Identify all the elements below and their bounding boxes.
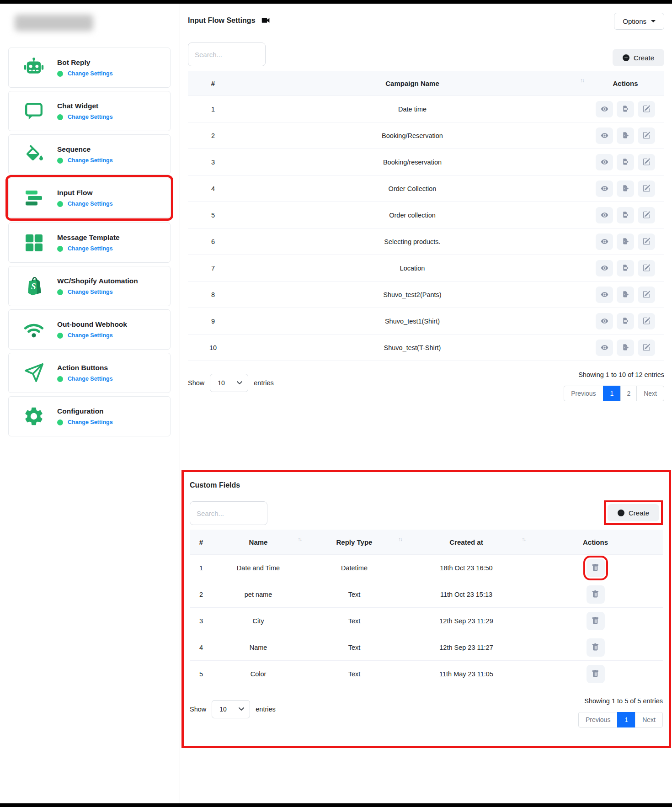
change-settings-link[interactable]: Change Settings [68, 157, 113, 164]
column-header-campaign-name: Campaign Name [385, 80, 439, 87]
row-number: 7 [188, 255, 238, 281]
edit-button[interactable] [638, 234, 655, 250]
sidebar-item-sequence[interactable]: Sequence Change Settings [8, 134, 171, 175]
view-button[interactable] [596, 340, 613, 356]
column-header-actions: Actions [587, 71, 664, 96]
export-button[interactable] [617, 207, 634, 223]
edit-button[interactable] [638, 101, 655, 117]
custom-fields-create-button[interactable]: Create [608, 504, 659, 521]
edit-button[interactable] [638, 313, 655, 329]
delete-button[interactable] [587, 665, 605, 683]
page-size-select[interactable]: 10 [212, 700, 250, 718]
export-button[interactable] [617, 234, 634, 250]
export-button[interactable] [617, 154, 634, 170]
delete-button[interactable] [587, 585, 605, 604]
delete-button[interactable] [587, 559, 605, 577]
export-button[interactable] [617, 181, 634, 197]
next-page-button[interactable]: Next [635, 712, 663, 727]
campaigns-search-input[interactable] [188, 42, 266, 66]
sidebar-item-label: Out-bound Webhook [57, 320, 127, 329]
campaign-name-cell: Shuvo_test1(Shirt) [238, 308, 587, 334]
videocam-icon[interactable] [261, 16, 271, 25]
view-button[interactable] [596, 313, 613, 329]
page-2-button[interactable]: 2 [620, 386, 637, 401]
sidebar-item-label: Action Buttons [57, 364, 113, 372]
custom-fields-section: Custom Fields Create # Name ↑↓ [181, 470, 671, 748]
table-row: 7 Location [188, 255, 664, 281]
paint-bucket-icon [22, 143, 45, 166]
view-button[interactable] [596, 101, 613, 117]
status-dot [57, 289, 63, 295]
sort-icon[interactable]: ↑↓ [398, 536, 402, 542]
edit-button[interactable] [638, 260, 655, 276]
table-summary: Showing 1 to 10 of 12 entries [578, 371, 664, 378]
status-dot [57, 376, 63, 382]
page-1-button[interactable]: 1 [603, 386, 621, 401]
row-number: 3 [190, 608, 213, 634]
change-settings-link[interactable]: Change Settings [68, 201, 113, 207]
options-button[interactable]: Options [614, 13, 664, 30]
sort-icon[interactable]: ↑↓ [522, 536, 525, 542]
change-settings-link[interactable]: Change Settings [68, 332, 113, 339]
table-row: 4 Name Text 12th Sep 23 11:27 [190, 634, 663, 661]
edit-button[interactable] [638, 287, 655, 303]
eye-icon [601, 317, 608, 325]
sidebar-item-input-flow[interactable]: Input Flow Change Settings [8, 178, 171, 218]
next-page-button[interactable]: Next [636, 386, 664, 401]
sidebar-item-label: Sequence [57, 145, 113, 154]
change-settings-link[interactable]: Change Settings [68, 376, 113, 382]
view-button[interactable] [596, 260, 613, 276]
sidebar-item-out-bound-webhook[interactable]: Out-bound Webhook Change Settings [8, 309, 171, 350]
view-button[interactable] [596, 287, 613, 303]
change-settings-link[interactable]: Change Settings [68, 114, 113, 120]
edit-button[interactable] [638, 207, 655, 223]
table-row: 1 Date and Time Datetime 18th Oct 23 16:… [190, 555, 663, 581]
delete-button[interactable] [587, 638, 605, 657]
eye-icon [601, 158, 608, 166]
page-size-select[interactable]: 10 [210, 374, 248, 392]
campaign-name-cell: Location [238, 255, 587, 281]
view-button[interactable] [596, 234, 613, 250]
row-number: 4 [190, 634, 213, 660]
sidebar-item-wc-shopify-automation[interactable]: S WC/Shopify Automation Change Settings [8, 266, 171, 306]
change-settings-link[interactable]: Change Settings [68, 419, 113, 425]
edit-icon [643, 158, 651, 166]
view-button[interactable] [596, 154, 613, 170]
campaigns-create-button[interactable]: Create [613, 49, 664, 66]
file-export-icon [622, 344, 629, 351]
sort-icon[interactable]: ↑↓ [580, 77, 584, 84]
edit-button[interactable] [638, 154, 655, 170]
sidebar-item-action-buttons[interactable]: Action Buttons Change Settings [8, 353, 171, 393]
custom-fields-search-input[interactable] [190, 501, 267, 525]
view-button[interactable] [596, 127, 613, 144]
export-button[interactable] [617, 260, 634, 276]
campaign-name-cell: Booking/reservation [238, 149, 587, 175]
page-1-button[interactable]: 1 [617, 712, 635, 727]
previous-page-button[interactable]: Previous [578, 712, 618, 727]
view-button[interactable] [596, 181, 613, 197]
change-settings-link[interactable]: Change Settings [68, 70, 113, 77]
sidebar-item-configuration[interactable]: Configuration Change Settings [8, 396, 171, 436]
delete-button[interactable] [587, 612, 605, 630]
sort-icon[interactable]: ↑↓ [298, 536, 301, 542]
export-button[interactable] [617, 313, 634, 329]
sidebar-item-message-template[interactable]: Message Template Change Settings [8, 223, 171, 263]
export-button[interactable] [617, 101, 634, 117]
plus-circle-icon [623, 54, 629, 61]
change-settings-link[interactable]: Change Settings [68, 245, 113, 252]
sidebar-item-bot-reply[interactable]: Bot Reply Change Settings [8, 48, 171, 88]
row-number: 1 [190, 555, 213, 581]
status-dot [57, 158, 63, 164]
export-button[interactable] [617, 340, 634, 356]
edit-button[interactable] [638, 340, 655, 356]
edit-button[interactable] [638, 127, 655, 144]
view-button[interactable] [596, 207, 613, 223]
export-button[interactable] [617, 287, 634, 303]
sidebar-item-chat-widget[interactable]: Chat Widget Change Settings [8, 91, 171, 131]
change-settings-link[interactable]: Change Settings [68, 289, 113, 295]
trash-icon [592, 617, 599, 625]
previous-page-button[interactable]: Previous [564, 386, 603, 401]
edit-button[interactable] [638, 181, 655, 197]
status-dot [57, 419, 63, 425]
export-button[interactable] [617, 127, 634, 144]
